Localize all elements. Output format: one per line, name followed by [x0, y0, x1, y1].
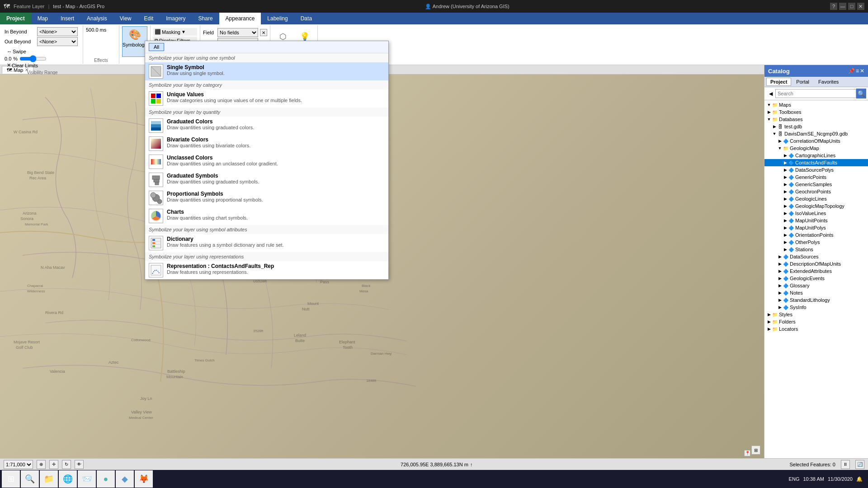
tree-item-stations[interactable]: ▶🔷Stations — [764, 246, 868, 253]
firefox-button[interactable]: 🦊 — [135, 470, 153, 488]
maximize-button[interactable]: □ — [848, 3, 855, 10]
tab-data[interactable]: Data — [294, 13, 318, 24]
masking-button[interactable]: ⬛ Masking ▼ — [153, 28, 197, 36]
tree-item-locators[interactable]: ▶📁Locators — [764, 325, 868, 333]
close-button[interactable]: ✕ — [857, 3, 864, 10]
start-button[interactable]: ⊞ — [2, 470, 20, 488]
tree-item-geochronpoints[interactable]: ▶🔷GeochronPoints — [764, 188, 868, 195]
tab-edit[interactable]: Edit — [138, 13, 160, 24]
tree-item-davis-gdb[interactable]: ▼🗄DavisDamSE_Ncgmp09.gdb — [764, 130, 868, 137]
tree-item-descofmapunits[interactable]: ▶🔷DescriptionOfMapUnits — [764, 260, 868, 267]
browser-button[interactable]: 🌐 — [59, 470, 77, 488]
dictionary-item[interactable]: Dictionary Draw features using a symbol … — [145, 234, 388, 252]
tree-item-glossary[interactable]: ▶🔷Glossary — [764, 282, 868, 289]
taskbar-notification[interactable]: 🔔 — [856, 476, 863, 482]
catalog-tab-project[interactable]: Project — [766, 78, 791, 86]
representation-item[interactable]: Representation : ContactsAndFaults_Rep D… — [145, 261, 388, 279]
tab-project[interactable]: Project — [0, 13, 31, 24]
help-button[interactable]: ? — [830, 3, 837, 10]
tree-item-notes[interactable]: ▶🔷Notes — [764, 289, 868, 296]
tree-item-geologiclines[interactable]: ▶🔷GeologicLines — [764, 195, 868, 202]
tree-item-test-gdb[interactable]: ▶🗄test.gdb — [764, 123, 868, 130]
tree-item-mapunitpoints[interactable]: ▶🔷MapUnitPoints — [764, 217, 868, 224]
tree-item-otherpolys[interactable]: ▶🔷OtherPolys — [764, 239, 868, 246]
catalog-close-button[interactable]: ✕ — [860, 68, 864, 74]
app1-button[interactable]: ● — [97, 470, 115, 488]
graduated-symbols-item[interactable]: Graduated Symbols Draw quantities using … — [145, 171, 388, 189]
tab-imagery[interactable]: Imagery — [160, 13, 192, 24]
pause-button[interactable]: ⏸ — [841, 460, 850, 469]
tab-view[interactable]: View — [113, 13, 138, 24]
symbology-button[interactable]: 🎨 Symbology — [122, 26, 147, 57]
proportional-symbols-item[interactable]: Proportional Symbols Draw quantities usi… — [145, 189, 388, 207]
tree-item-maps[interactable]: ▼📁Maps — [764, 101, 868, 108]
out-beyond-select[interactable]: <None> — [37, 37, 78, 46]
tab-appearance[interactable]: Appearance — [219, 13, 261, 24]
map-zoom-widget[interactable]: 📍 — [744, 450, 750, 456]
tree-item-standardlithology[interactable]: ▶🔷StandardLithology — [764, 296, 868, 304]
tree-item-extendedattribs[interactable]: ▶🔷ExtendedAttributes — [764, 267, 868, 275]
minimize-button[interactable]: — — [839, 3, 846, 10]
tree-item-genericsamples[interactable]: ▶🔷GenericSamples — [764, 181, 868, 188]
tree-item-databases[interactable]: ▼📁Databases — [764, 116, 868, 123]
catalog-menu-button[interactable]: ≡ — [856, 68, 859, 74]
view-button[interactable]: 👁 — [75, 460, 84, 469]
tree-item-genericpoints[interactable]: ▶🔷GenericPoints — [764, 174, 868, 181]
tree-item-datasourcepolys[interactable]: ▶🔷DataSourcePolys — [764, 166, 868, 174]
catalog-back-button[interactable]: ◀ — [766, 89, 775, 98]
tree-item-datasources[interactable]: ▶🔷DataSources — [764, 253, 868, 260]
swipe-icon: ↔ — [7, 49, 12, 54]
tree-item-toolboxes[interactable]: ▶📁Toolboxes — [764, 108, 868, 116]
swipe-button[interactable]: ↔ Swipe — [5, 48, 28, 55]
catalog-pin-button[interactable]: 📌 — [848, 68, 855, 74]
opacity-slider[interactable] — [19, 56, 47, 61]
refresh-button[interactable]: 🔄 — [855, 460, 864, 469]
field-select[interactable]: No fields — [217, 28, 258, 37]
zoom-extents-button[interactable]: ⊕ — [37, 460, 46, 469]
in-beyond-select[interactable]: <None> — [37, 27, 78, 36]
map-nav-control[interactable]: ⊞ — [751, 446, 760, 455]
single-symbol-item[interactable]: Single Symbol Draw using single symbol. — [145, 62, 388, 80]
tree-item-sysinfo[interactable]: ▶🔷SysInfo — [764, 304, 868, 311]
clear-limits-button[interactable]: ✕ Clear Limits — [5, 61, 40, 69]
bivariate-colors-item[interactable]: Bivariate Colors Draw quantities using b… — [145, 135, 388, 153]
tab-insert[interactable]: Insert — [54, 13, 80, 24]
tab-labeling[interactable]: Labeling — [261, 13, 294, 24]
tab-analysis[interactable]: Analysis — [80, 13, 113, 24]
tree-item-geologicmaptopo[interactable]: ▶🔷GeologicMapTopology — [764, 202, 868, 210]
tree-item-geologicevents[interactable]: ▶🔷GeologicEvents — [764, 275, 868, 282]
expand-icon-extendedattribs: ▶ — [777, 269, 783, 273]
catalog-search-input[interactable] — [775, 89, 856, 98]
field-clear-button[interactable]: ✕ — [260, 29, 267, 36]
catalog-tab-favorites[interactable]: Favorites — [814, 78, 843, 86]
svg-rect-57 — [151, 121, 161, 124]
tree-item-orientationpoints[interactable]: ▶🔷OrientationPoints — [764, 231, 868, 239]
tree-type-icon-correlation: 🔷 — [783, 138, 789, 144]
tree-item-mapunitpolys[interactable]: ▶🔷MapUnitPolys — [764, 224, 868, 231]
tree-item-isovaluelines[interactable]: ▶🔷IsoValueLines — [764, 210, 868, 217]
search-taskbar-button[interactable]: 🔍 — [21, 470, 39, 488]
tree-label-correlation: CorrelationOfMapUnits — [790, 138, 840, 144]
tree-item-contacts[interactable]: ▶🔷ContactsAndFaults — [764, 159, 868, 166]
tree-item-cartographic[interactable]: ▶🔷CartographicLines — [764, 152, 868, 159]
scale-select[interactable]: 1:71,000 — [4, 460, 33, 469]
pan-button[interactable]: ✛ — [49, 460, 58, 469]
file-explorer-button[interactable]: 📁 — [40, 470, 58, 488]
catalog-tab-portal[interactable]: Portal — [792, 78, 813, 86]
unclassed-colors-item[interactable]: Unclassed Colors Draw quantities using a… — [145, 153, 388, 171]
tree-item-correlation[interactable]: ▶🔷CorrelationOfMapUnits — [764, 137, 868, 145]
unique-values-item[interactable]: Unique Values Draw categories using uniq… — [145, 89, 388, 108]
tree-label-glossary: Glossary — [790, 283, 809, 288]
tab-share[interactable]: Share — [192, 13, 219, 24]
app2-button[interactable]: ◆ — [116, 470, 134, 488]
tree-item-styles[interactable]: ▶📁Styles — [764, 311, 868, 318]
charts-item[interactable]: Charts Draw quantities using chart symbo… — [145, 207, 388, 225]
rotate-button[interactable]: ↻ — [62, 460, 71, 469]
tree-item-geologicmap[interactable]: ▼📁GeologicMap — [764, 145, 868, 152]
filter-all-button[interactable]: All — [149, 43, 164, 51]
tree-item-folders[interactable]: ▶📁Folders — [764, 318, 868, 325]
graduated-colors-item[interactable]: Graduated Colors Draw quantities using g… — [145, 117, 388, 135]
tab-map[interactable]: Map — [31, 13, 54, 24]
catalog-search-button[interactable]: 🔍 — [856, 89, 866, 99]
mail-button[interactable]: 📨 — [78, 470, 96, 488]
